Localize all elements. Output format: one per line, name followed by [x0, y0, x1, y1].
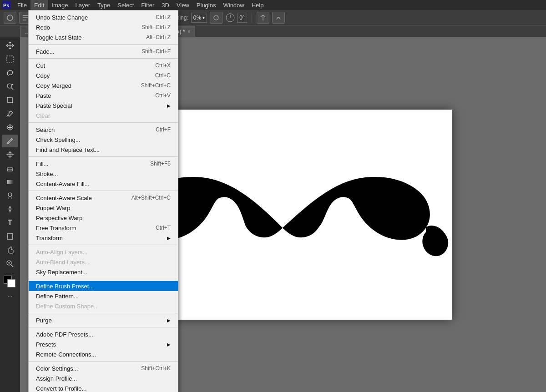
menu-help[interactable]: Help	[248, 0, 268, 10]
menu-toggle-last-state[interactable]: Toggle Last State Alt+Ctrl+Z	[29, 32, 178, 42]
sep-10	[29, 361, 178, 362]
tool-move[interactable]	[2, 39, 18, 52]
menu-image[interactable]: Image	[48, 0, 71, 10]
menu-remote-connections[interactable]: Remote Connections...	[29, 349, 178, 359]
tool-crop[interactable]	[2, 94, 18, 106]
pressure-btn[interactable]	[272, 12, 285, 24]
brush-preset-btn[interactable]	[4, 12, 16, 24]
svg-point-2	[7, 15, 13, 20]
menu-puppet-warp[interactable]: Puppet Warp	[29, 203, 178, 213]
menu-transform[interactable]: Transform ▶	[29, 233, 178, 243]
menu-find-replace[interactable]: Find and Replace Text...	[29, 145, 178, 155]
symmetry-btn[interactable]	[257, 12, 269, 24]
menu-type[interactable]: Type	[94, 0, 114, 10]
svg-rect-8	[7, 56, 13, 62]
menu-plugins[interactable]: Plugins	[193, 0, 220, 10]
menu-file[interactable]: File	[14, 0, 30, 10]
extra-tools-btn[interactable]: ⋯	[2, 290, 18, 303]
svg-point-5	[214, 15, 218, 20]
menu-redo[interactable]: Redo Shift+Ctrl+Z	[29, 22, 178, 32]
menu-sky-replacement[interactable]: Sky Replacement...	[29, 267, 178, 277]
sep-9	[29, 327, 178, 327]
menu-clear[interactable]: Clear	[29, 111, 178, 121]
sep-2	[29, 58, 178, 59]
menu-purge[interactable]: Purge ▶	[29, 315, 178, 325]
sep-1	[29, 44, 178, 45]
divider-2	[252, 13, 252, 23]
menu-fade[interactable]: Fade... Shift+Ctrl+F	[29, 46, 178, 56]
menu-edit[interactable]: Edit	[30, 0, 48, 10]
svg-line-17	[11, 265, 13, 267]
sep-7	[29, 279, 178, 279]
tool-eyedropper[interactable]	[2, 107, 18, 120]
tool-dodge[interactable]	[2, 189, 18, 202]
tool-zoom[interactable]	[2, 257, 18, 270]
tool-healing[interactable]	[2, 121, 18, 134]
menu-paste[interactable]: Paste Ctrl+V	[29, 90, 178, 101]
menu-3d[interactable]: 3D	[158, 0, 173, 10]
svg-rect-13	[7, 180, 13, 184]
menu-color-settings[interactable]: Color Settings... Shift+Ctrl+K	[29, 363, 178, 373]
menu-auto-align[interactable]: Auto-Align Layers...	[29, 247, 178, 257]
menu-view[interactable]: View	[173, 0, 193, 10]
menu-define-pattern[interactable]: Define Pattern...	[29, 291, 178, 301]
menu-convert-profile[interactable]: Convert to Profile...	[29, 383, 178, 392]
tool-clone[interactable]	[2, 148, 18, 161]
menu-perspective-warp[interactable]: Perspective Warp	[29, 213, 178, 223]
menu-select[interactable]: Select	[114, 0, 137, 10]
menu-free-transform[interactable]: Free Transform Ctrl+T	[29, 223, 178, 233]
smoothing-settings-btn[interactable]	[210, 12, 222, 24]
sep-5	[29, 191, 178, 191]
tool-brush[interactable]	[2, 135, 18, 147]
sep-6	[29, 245, 178, 245]
tool-lasso[interactable]	[2, 66, 18, 79]
menu-copy[interactable]: Copy Ctrl+C	[29, 70, 178, 80]
sep-4	[29, 156, 178, 157]
tool-gradient[interactable]	[2, 176, 18, 188]
menu-undo[interactable]: Undo State Change Ctrl+Z	[29, 12, 178, 22]
sep-8	[29, 313, 178, 313]
svg-rect-15	[7, 234, 13, 239]
menu-check-spelling[interactable]: Check Spelling...	[29, 135, 178, 145]
tool-shape[interactable]	[2, 230, 18, 243]
menu-search[interactable]: Search Ctrl+F	[29, 125, 178, 135]
menu-define-custom-shape[interactable]: Define Custom Shape...	[29, 301, 178, 311]
tool-text[interactable]: T	[2, 216, 18, 229]
menu-presets[interactable]: Presets ▶	[29, 339, 178, 349]
angle-icon	[225, 13, 235, 23]
app-logo: Ps	[2, 0, 11, 10]
menu-content-aware-scale[interactable]: Content-Aware Scale Alt+Shift+Ctrl+C	[29, 193, 178, 203]
menu-layer[interactable]: Layer	[72, 0, 94, 10]
menu-copy-merged[interactable]: Copy Merged Shift+Ctrl+C	[29, 80, 178, 90]
menubar: Ps File Edit Image Layer Type Select Fil…	[0, 0, 546, 10]
tab-2-close[interactable]: ×	[188, 29, 191, 34]
menu-adobe-pdf[interactable]: Adobe PDF Presets...	[29, 329, 178, 339]
angle-input[interactable]: 0°	[237, 13, 247, 23]
menu-assign-profile[interactable]: Assign Profile...	[29, 373, 178, 383]
edit-menu: Undo State Change Ctrl+Z Redo Shift+Ctrl…	[28, 10, 178, 392]
tool-pen[interactable]	[2, 203, 18, 216]
foreground-color-swatch[interactable]	[2, 274, 18, 289]
left-sidebar: T ⋯	[0, 37, 20, 392]
smoothing-input[interactable]: 0% ▾	[191, 13, 207, 23]
menu-paste-special[interactable]: Paste Special ▶	[29, 101, 178, 111]
sep-3	[29, 122, 178, 123]
menu-define-brush[interactable]: Define Brush Preset...	[29, 281, 178, 291]
svg-point-14	[8, 193, 12, 196]
menu-cut[interactable]: Cut Ctrl+X	[29, 60, 178, 70]
menu-filter[interactable]: Filter	[137, 0, 158, 10]
menu-auto-blend[interactable]: Auto-Blend Layers...	[29, 257, 178, 267]
menu-content-aware-fill[interactable]: Content-Aware Fill...	[29, 179, 178, 189]
svg-text:Ps: Ps	[3, 3, 9, 8]
menu-stroke[interactable]: Stroke...	[29, 169, 178, 179]
menu-fill[interactable]: Fill... Shift+F5	[29, 159, 178, 169]
tool-quick-select[interactable]	[2, 80, 18, 93]
tool-hand[interactable]	[2, 244, 18, 256]
svg-point-9	[7, 84, 12, 88]
tool-eraser[interactable]	[2, 162, 18, 175]
menu-window[interactable]: Window	[219, 0, 248, 10]
angle-section: 0°	[225, 13, 247, 23]
tool-marquee[interactable]	[2, 53, 18, 65]
